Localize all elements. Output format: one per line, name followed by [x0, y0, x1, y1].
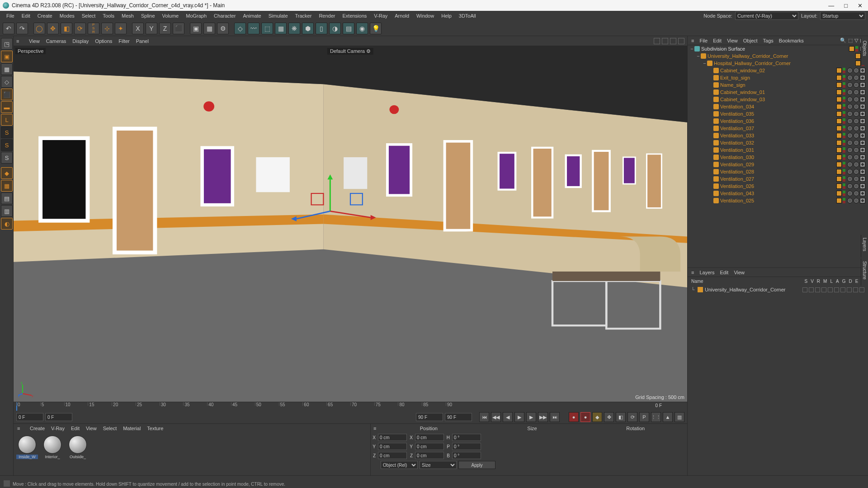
viewport-menu-panel[interactable]: Panel: [136, 38, 149, 44]
workplane-toggle[interactable]: ▤: [1, 192, 13, 204]
poly-mode[interactable]: L: [1, 114, 13, 126]
spline-primitive[interactable]: 〰: [248, 23, 259, 34]
om-search-icon[interactable]: 🔍: [840, 38, 846, 43]
object-row[interactable]: Ventilation_031: [688, 146, 868, 154]
vp-nav2[interactable]: [662, 38, 668, 44]
object-row[interactable]: Ventilation_029: [688, 161, 868, 168]
place2-tool[interactable]: ✦: [115, 23, 127, 34]
menu-mograph[interactable]: MoGraph: [182, 13, 210, 19]
material-thumb[interactable]: Outside_: [67, 436, 89, 459]
play[interactable]: ▶: [514, 412, 524, 422]
layers-menu-view[interactable]: View: [734, 270, 745, 275]
coord-mode[interactable]: Object (Rel): [381, 461, 418, 469]
menu-arnold[interactable]: Arnold: [391, 13, 413, 19]
material-menu-edit[interactable]: Edit: [71, 426, 80, 431]
om-menu-file[interactable]: File: [699, 38, 708, 43]
viewport-menu-options[interactable]: Options: [95, 38, 112, 44]
pos-x[interactable]: [378, 434, 407, 441]
material-menu-texture[interactable]: Texture: [147, 426, 163, 431]
place-tool[interactable]: ⊹: [101, 23, 113, 34]
camera-add[interactable]: ▯: [316, 23, 327, 34]
material-menu-view[interactable]: View: [86, 426, 97, 431]
menu-3dtoall[interactable]: 3DToAll: [455, 13, 480, 19]
key-scale[interactable]: ◧: [616, 412, 626, 422]
objects-tab[interactable]: Objects: [861, 38, 868, 65]
viewport-menu-filter[interactable]: Filter: [118, 38, 129, 44]
viewport-menu-display[interactable]: Display: [72, 38, 89, 44]
prev-key[interactable]: ◀◀: [491, 412, 501, 422]
pos-z[interactable]: [378, 452, 407, 459]
select-tool[interactable]: ◯: [33, 23, 45, 34]
render-region-button[interactable]: ▦: [203, 23, 215, 34]
scale-tool[interactable]: ◧: [61, 23, 72, 34]
render-settings-button[interactable]: ⚙: [217, 23, 229, 34]
pos-y[interactable]: [378, 443, 407, 450]
range-to[interactable]: [416, 413, 443, 421]
anim-mode1[interactable]: ▲: [663, 412, 673, 422]
object-row[interactable]: Cabinet_window_03: [688, 96, 868, 103]
model-mode[interactable]: ◳: [1, 38, 13, 50]
viewport-perspective[interactable]: Perspective Default Camera ⚙ Grid Spacin…: [14, 46, 687, 402]
menu-edit[interactable]: Edit: [18, 13, 34, 19]
next-key[interactable]: ▶▶: [538, 412, 548, 422]
x-axis-button[interactable]: X: [132, 23, 144, 34]
prev-frame[interactable]: ◀: [503, 412, 513, 422]
range-end[interactable]: [445, 413, 472, 421]
object-row[interactable]: Ventilation_032: [688, 139, 868, 146]
record-button[interactable]: ●: [569, 412, 579, 422]
anim-mode2[interactable]: ▥: [675, 412, 684, 422]
material-menu-select[interactable]: Select: [103, 426, 117, 431]
misc-toggle[interactable]: ◐: [1, 218, 13, 230]
object-row[interactable]: Exit_top_sign: [688, 74, 868, 81]
menu-volume[interactable]: Volume: [159, 13, 183, 19]
object-row[interactable]: Name_sign: [688, 81, 868, 89]
edge-mode[interactable]: ▬: [1, 101, 13, 113]
om-menu-edit[interactable]: Edit: [713, 38, 722, 43]
object-row[interactable]: −University_Hallway_Corridor_Corner: [688, 52, 868, 60]
maximize-button[interactable]: □: [844, 2, 848, 9]
snap-toggle[interactable]: S: [1, 127, 13, 138]
om-menu-view[interactable]: View: [727, 38, 738, 43]
layer-row[interactable]: └ University_Hallway_Corridor_Corner: [691, 286, 864, 293]
layers-menu-layers[interactable]: Layers: [699, 270, 714, 275]
om-menu-tags[interactable]: Tags: [763, 38, 774, 43]
quantize-toggle[interactable]: ▥: [1, 205, 13, 217]
goto-end[interactable]: ⏭: [550, 412, 560, 422]
vp-nav4[interactable]: [678, 38, 684, 44]
menu-tracker[interactable]: Tracker: [292, 13, 316, 19]
size-x[interactable]: [415, 434, 444, 441]
generator[interactable]: ⬚: [261, 23, 273, 34]
menu-mesh[interactable]: Mesh: [118, 13, 137, 19]
node-space-dropdown[interactable]: Current (V-Ray): [735, 12, 798, 20]
move-tool[interactable]: ✥: [47, 23, 59, 34]
z-axis-button[interactable]: Z: [159, 23, 171, 34]
undo-button[interactable]: ↶: [3, 23, 14, 34]
key-rot[interactable]: ⟳: [627, 412, 637, 422]
rot-h[interactable]: [452, 434, 481, 441]
deformer[interactable]: ▦: [275, 23, 287, 34]
workplane-mode[interactable]: ◇: [1, 76, 13, 88]
cube-primitive[interactable]: ◇: [234, 23, 246, 34]
rot-p[interactable]: [452, 443, 481, 450]
autokey-button[interactable]: ●: [580, 412, 590, 422]
range-from[interactable]: [45, 413, 72, 421]
object-row[interactable]: Ventilation_034: [688, 103, 868, 110]
snap3-toggle[interactable]: S: [1, 152, 13, 164]
menu-modes[interactable]: Modes: [56, 13, 78, 19]
grid-toggle[interactable]: ▦: [1, 180, 13, 192]
key-pos[interactable]: ✥: [604, 412, 614, 422]
tag-add[interactable]: ◑: [329, 23, 341, 34]
vp-nav3[interactable]: [670, 38, 676, 44]
material-menu-v-ray[interactable]: V-Ray: [51, 426, 65, 431]
snap2-toggle[interactable]: S: [1, 139, 13, 151]
object-row[interactable]: Ventilation_027: [688, 175, 868, 183]
object-row[interactable]: Ventilation_043: [688, 190, 868, 197]
om-filter-icon[interactable]: ⬚: [848, 38, 853, 43]
object-row[interactable]: Ventilation_026: [688, 183, 868, 190]
material-thumb[interactable]: Inside_W: [16, 436, 38, 459]
key-param[interactable]: P: [639, 412, 649, 422]
menu-render[interactable]: Render: [315, 13, 339, 19]
volume-add[interactable]: ◉: [356, 23, 368, 34]
minimize-button[interactable]: —: [828, 2, 834, 9]
menu-simulate[interactable]: Simulate: [265, 13, 292, 19]
